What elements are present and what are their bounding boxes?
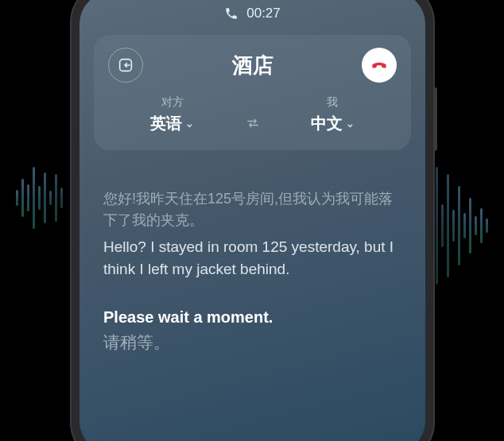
incoming-original: 您好!我昨天住在125号房间,但我认为我可能落下了我的夹克。 bbox=[103, 188, 401, 231]
swap-icon bbox=[245, 115, 261, 131]
hangup-icon bbox=[369, 55, 390, 75]
phone-screen: 00:27 酒店 对方 英语 ⌄ bbox=[79, 0, 425, 441]
back-button[interactable] bbox=[108, 48, 143, 83]
other-side-label: 对方 bbox=[161, 95, 184, 110]
hangup-button[interactable] bbox=[362, 48, 397, 83]
call-header-card: 酒店 对方 英语 ⌄ 我 bbox=[94, 35, 411, 150]
my-language-selector[interactable]: 我 中文 ⌄ bbox=[269, 95, 397, 134]
chevron-down-icon: ⌄ bbox=[346, 118, 355, 130]
transcript: 您好!我昨天住在125号房间,但我认为我可能落下了我的夹克。 Hello? I … bbox=[94, 150, 411, 354]
other-language-selector[interactable]: 对方 英语 ⌄ bbox=[108, 95, 237, 134]
call-title: 酒店 bbox=[232, 52, 273, 79]
exit-icon bbox=[117, 56, 134, 74]
other-side-lang: 英语 bbox=[150, 113, 182, 134]
outgoing-original: Please wait a moment. bbox=[103, 308, 401, 327]
audio-waveform-left bbox=[16, 167, 63, 229]
phone-side-button bbox=[433, 87, 437, 151]
outgoing-translated: 请稍等。 bbox=[103, 331, 401, 354]
incoming-translated: Hello? I stayed in room 125 yesterday, b… bbox=[103, 236, 401, 280]
phone-icon bbox=[224, 6, 238, 21]
my-side-label: 我 bbox=[327, 95, 338, 110]
my-side-lang: 中文 bbox=[311, 113, 343, 134]
chevron-down-icon: ⌄ bbox=[185, 118, 194, 130]
swap-languages-button[interactable] bbox=[237, 115, 269, 134]
call-duration: 00:27 bbox=[246, 6, 281, 21]
status-bar: 00:27 bbox=[94, 0, 411, 35]
outgoing-message: Please wait a moment. 请稍等。 bbox=[103, 308, 401, 354]
incoming-message: 您好!我昨天住在125号房间,但我认为我可能落下了我的夹克。 Hello? I … bbox=[103, 188, 401, 280]
phone-frame: 00:27 酒店 对方 英语 ⌄ bbox=[72, 0, 433, 441]
